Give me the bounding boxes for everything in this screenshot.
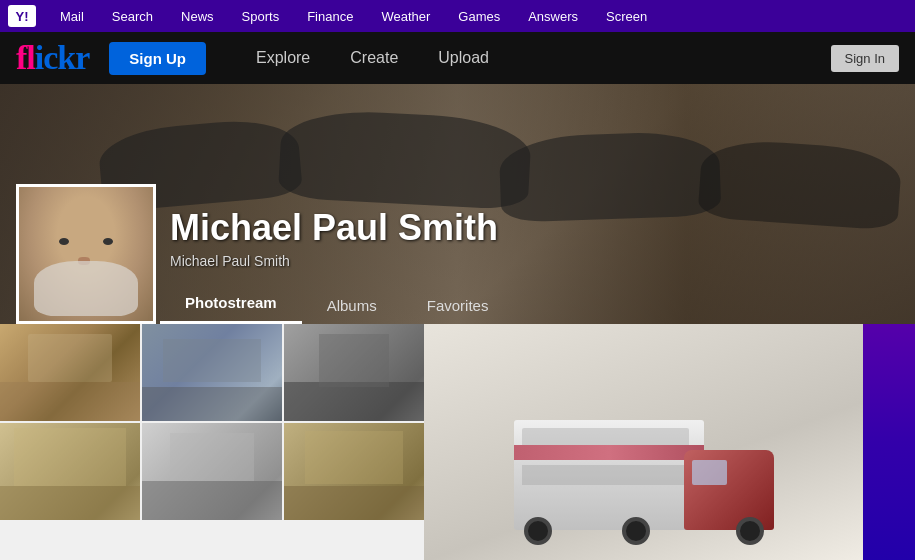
profile-username: Michael Paul Smith (170, 253, 498, 269)
right-strip (863, 324, 915, 560)
wheel-2 (622, 517, 650, 545)
flickr-logo[interactable]: flickr (16, 39, 89, 77)
signup-button[interactable]: Sign Up (109, 42, 206, 75)
nav-weather[interactable]: Weather (367, 0, 444, 32)
thumbnail-6[interactable] (284, 423, 424, 520)
thumbnail-2[interactable] (142, 324, 282, 421)
truck-wheels (524, 517, 764, 545)
signin-area: Sign In (831, 45, 899, 72)
profile-name: Michael Paul Smith (170, 207, 498, 249)
wheel-1 (524, 517, 552, 545)
thumbnail-grid (0, 324, 424, 560)
yahoo-logo[interactable]: Y! (8, 5, 36, 27)
signin-button[interactable]: Sign In (831, 45, 899, 72)
avatar-face (19, 187, 153, 321)
flickr-nav: Explore Create Upload (236, 49, 509, 67)
thumbnail-4[interactable] (0, 423, 140, 520)
main-photo[interactable] (424, 324, 863, 560)
nav-games[interactable]: Games (444, 0, 514, 32)
tab-albums[interactable]: Albums (302, 287, 402, 324)
nav-screen[interactable]: Screen (592, 0, 661, 32)
nav-news[interactable]: News (167, 0, 228, 32)
wheel-3 (736, 517, 764, 545)
nav-answers[interactable]: Answers (514, 0, 592, 32)
profile-info: Michael Paul Smith Michael Paul Smith (170, 207, 498, 269)
avatar (16, 184, 156, 324)
flickr-toolbar: flickr Sign Up Explore Create Upload Sig… (0, 32, 915, 84)
yahoo-nav: Mail Search News Sports Finance Weather … (46, 0, 661, 32)
yahoo-toolbar: Y! Mail Search News Sports Finance Weath… (0, 0, 915, 32)
truck-illustration (514, 390, 774, 530)
profile-tabs: Photostream Albums Favorites (160, 279, 513, 324)
nav-explore[interactable]: Explore (236, 49, 330, 67)
nav-search[interactable]: Search (98, 0, 167, 32)
thumbnail-1[interactable] (0, 324, 140, 421)
tab-favorites[interactable]: Favorites (402, 287, 514, 324)
photo-grid (0, 324, 915, 560)
nav-finance[interactable]: Finance (293, 0, 367, 32)
nav-sports[interactable]: Sports (228, 0, 294, 32)
nav-upload[interactable]: Upload (418, 49, 509, 67)
tab-photostream[interactable]: Photostream (160, 284, 302, 324)
nav-mail[interactable]: Mail (46, 0, 98, 32)
nav-create[interactable]: Create (330, 49, 418, 67)
truck-cargo (514, 420, 704, 530)
thumbnail-3[interactable] (284, 324, 424, 421)
thumbnail-5[interactable] (142, 423, 282, 520)
hero-area: Michael Paul Smith Michael Paul Smith Ph… (0, 84, 915, 324)
